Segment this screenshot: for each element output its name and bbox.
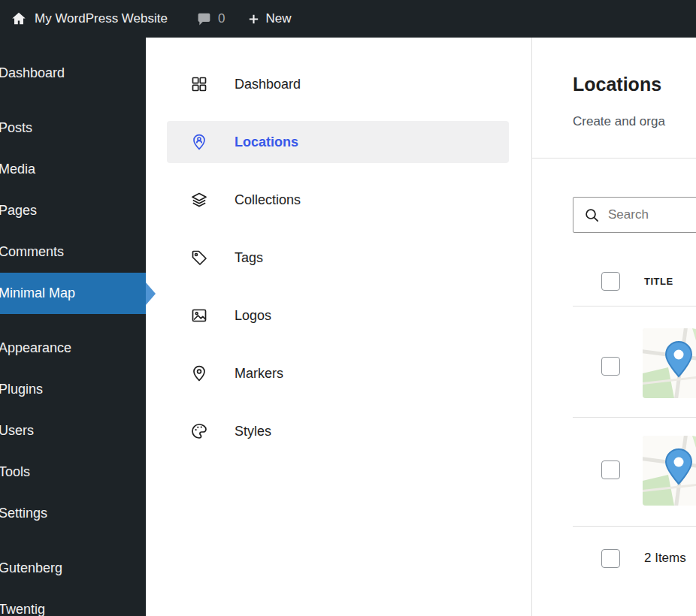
items-count: 2 Items [644, 551, 686, 566]
comment-bubble-icon [196, 11, 212, 27]
sidebar-item-gutenberg[interactable]: Gutenberg [0, 548, 146, 589]
minimal-map-menu-panel: Dashboard Locations Collections [146, 38, 532, 616]
locations-content-panel: Locations Create and orga TITLE [532, 38, 696, 616]
row-checkbox[interactable] [601, 460, 620, 479]
footer-divider [573, 526, 696, 527]
sidebar-item-appearance[interactable]: Appearance [0, 328, 146, 369]
sidebar-item-comments[interactable]: Comments [0, 231, 146, 273]
map-marker-icon [189, 364, 209, 383]
table-header-divider [573, 306, 696, 306]
plugin-menu-styles[interactable]: Styles [167, 410, 509, 452]
wp-admin-sidebar: Dashboard Posts Media Pages Comments Min… [0, 38, 146, 616]
plugin-menu-label: Tags [235, 250, 263, 266]
plugin-menu-label: Locations [235, 134, 298, 150]
home-icon[interactable] [11, 11, 27, 27]
row-checkbox[interactable] [601, 357, 620, 376]
image-icon [189, 306, 209, 325]
plugin-menu-collections[interactable]: Collections [167, 179, 509, 221]
plus-icon [247, 13, 260, 26]
search-input[interactable] [608, 198, 696, 232]
palette-icon [189, 421, 209, 441]
layers-icon [189, 190, 209, 210]
dashboard-grid-icon [189, 74, 209, 94]
sidebar-item-plugins[interactable]: Plugins [0, 369, 146, 410]
new-label: New [265, 11, 291, 26]
search-icon [583, 207, 601, 224]
plugin-menu-label: Collections [235, 192, 301, 208]
location-pin-person-icon [189, 132, 209, 152]
map-location-thumbnail[interactable] [643, 436, 696, 506]
column-header-title: TITLE [644, 276, 673, 287]
header-divider [532, 158, 696, 159]
sidebar-item-users[interactable]: Users [0, 410, 146, 451]
plugin-menu-tags[interactable]: Tags [167, 237, 509, 279]
plugin-menu-dashboard[interactable]: Dashboard [167, 63, 509, 105]
sidebar-item-pages[interactable]: Pages [0, 190, 146, 231]
map-location-thumbnail[interactable] [643, 328, 696, 398]
plugin-menu-locations[interactable]: Locations [167, 121, 509, 163]
footer-select-all-checkbox[interactable] [601, 549, 620, 568]
select-all-checkbox[interactable] [601, 272, 620, 291]
comments-indicator[interactable]: 0 [196, 11, 225, 27]
plugin-menu-label: Styles [235, 424, 271, 439]
admin-bar: My WordPress Website 0 New [0, 0, 696, 38]
sidebar-item-tools[interactable]: Tools [0, 451, 146, 493]
plugin-menu-label: Logos [235, 308, 271, 324]
search-box [573, 197, 696, 233]
sidebar-item-minimal-map[interactable]: Minimal Map [0, 273, 146, 314]
sidebar-item-posts[interactable]: Posts [0, 107, 146, 149]
comment-count: 0 [218, 11, 225, 26]
sidebar-item-settings[interactable]: Settings [0, 493, 146, 534]
page-title: Locations [573, 74, 661, 95]
site-name[interactable]: My WordPress Website [35, 11, 168, 26]
plugin-menu-label: Markers [235, 366, 283, 382]
plugin-menu-logos[interactable]: Logos [167, 294, 509, 337]
plugin-menu-markers[interactable]: Markers [167, 352, 509, 394]
new-button[interactable]: New [247, 11, 291, 26]
tag-icon [189, 248, 209, 267]
row-divider [573, 417, 696, 418]
sidebar-item-twentig[interactable]: Twentig [0, 589, 146, 616]
sidebar-item-media[interactable]: Media [0, 149, 146, 190]
sidebar-item-dashboard[interactable]: Dashboard [0, 53, 146, 94]
page-subtitle: Create and orga [573, 114, 665, 129]
plugin-menu-label: Dashboard [235, 77, 301, 92]
